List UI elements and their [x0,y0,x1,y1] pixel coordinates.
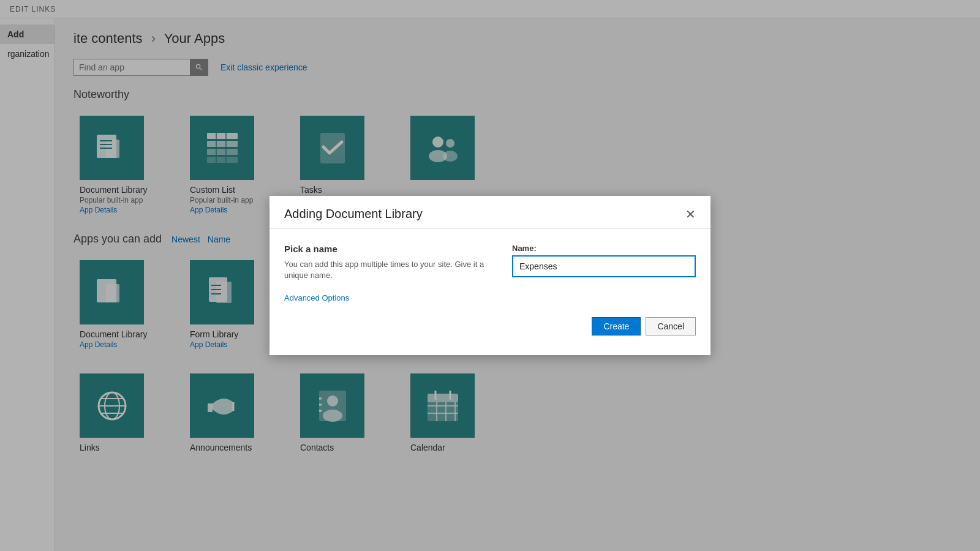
modal-header: Adding Document Library ✕ [270,196,710,229]
create-button[interactable]: Create [592,317,641,335]
name-input[interactable] [514,258,693,275]
modal-footer: Create Cancel [270,317,710,348]
modal-right-section: Name: [512,244,696,302]
advanced-options-link[interactable]: Advanced Options [284,293,494,302]
pick-name-description: You can add this app multiple times to y… [284,259,494,281]
adding-document-library-modal: Adding Document Library ✕ Pick a name Yo… [270,196,710,355]
modal-body: Pick a name You can add this app multipl… [270,229,710,317]
pick-name-title: Pick a name [284,244,494,254]
modal-close-button[interactable]: ✕ [685,208,696,220]
modal-title: Adding Document Library [284,207,423,221]
modal-overlay: Adding Document Library ✕ Pick a name Yo… [0,0,980,551]
modal-left-section: Pick a name You can add this app multipl… [284,244,494,302]
cancel-button[interactable]: Cancel [646,317,696,335]
name-label: Name: [512,244,696,253]
name-input-wrap [512,255,696,277]
